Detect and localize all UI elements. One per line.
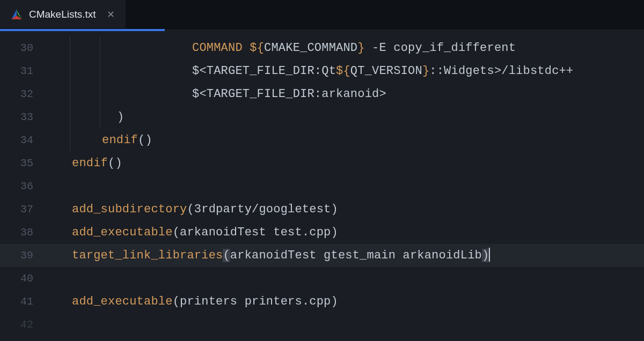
line-number: 39 xyxy=(0,249,43,262)
code-line: 42 xyxy=(0,313,644,336)
line-number: 40 xyxy=(0,272,43,285)
code-line: 32 $<TARGET_FILE_DIR:arkanoid> xyxy=(0,83,644,106)
code-line: 36 xyxy=(0,175,644,198)
code-line: 31 $<TARGET_FILE_DIR:Qt${QT_VERSION}::Wi… xyxy=(0,60,644,83)
line-number: 32 xyxy=(0,88,43,100)
line-number: 34 xyxy=(0,134,43,146)
code-line: 35 endif() xyxy=(0,152,644,175)
code-editor[interactable]: 30 COMMAND ${CMAKE_COMMAND} -E copy_if_d… xyxy=(0,31,644,336)
line-number: 42 xyxy=(0,318,43,331)
code-line: 33 ) xyxy=(0,106,644,129)
tab-filename: CMakeLists.txt xyxy=(29,9,96,20)
code-line: 37 add_subdirectory(3rdparty/googletest) xyxy=(0,198,644,221)
line-number: 33 xyxy=(0,111,43,123)
line-number: 41 xyxy=(0,295,43,308)
cmake-icon xyxy=(11,9,23,20)
code-line-active: 39 target_link_libraries(arkanoidTest gt… xyxy=(0,244,644,267)
line-number: 37 xyxy=(0,203,43,216)
code-line: 38 add_executable(arkanoidTest test.cpp) xyxy=(0,221,644,244)
cursor xyxy=(489,248,490,262)
code-line: 34 endif() xyxy=(0,129,644,152)
line-number: 30 xyxy=(0,42,43,54)
line-number: 38 xyxy=(0,226,43,239)
code-line: 40 xyxy=(0,267,644,290)
close-icon[interactable]: ✕ xyxy=(107,9,115,20)
code-line: 41 add_executable(printers printers.cpp) xyxy=(0,290,644,313)
code-line: 30 COMMAND ${CMAKE_COMMAND} -E copy_if_d… xyxy=(0,36,644,60)
line-number: 31 xyxy=(0,65,43,77)
tab-active[interactable]: CMakeLists.txt ✕ xyxy=(0,0,126,28)
line-number: 35 xyxy=(0,157,43,169)
tab-bar: CMakeLists.txt ✕ xyxy=(0,0,644,29)
line-number: 36 xyxy=(0,180,43,192)
